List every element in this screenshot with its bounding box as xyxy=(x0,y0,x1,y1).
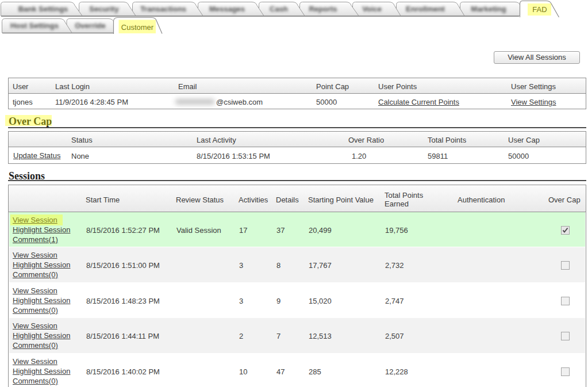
svg-text:Messages: Messages xyxy=(209,5,245,13)
svg-text:Host Settings: Host Settings xyxy=(10,21,59,30)
svg-text:Transactions: Transactions xyxy=(140,5,186,13)
svg-text:Security: Security xyxy=(89,5,119,13)
svg-text:Override: Override xyxy=(75,21,105,30)
svg-text:Voice: Voice xyxy=(362,5,382,13)
svg-text:Enrollment: Enrollment xyxy=(406,5,445,13)
svg-text:Cash: Cash xyxy=(270,5,288,13)
svg-text:Bank Settings: Bank Settings xyxy=(18,5,68,13)
svg-text:Reports: Reports xyxy=(309,5,337,13)
svg-text:Marketing: Marketing xyxy=(471,5,506,13)
